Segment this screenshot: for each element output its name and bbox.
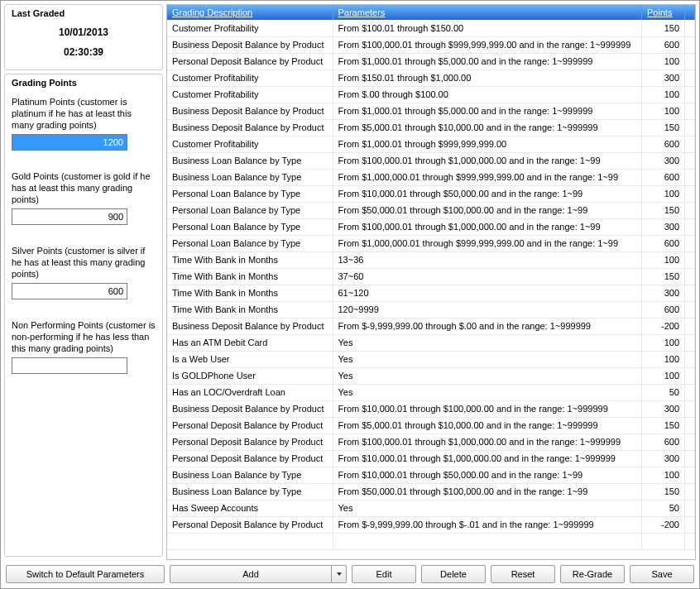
cell-points: 100 (642, 185, 685, 202)
cell-parameters: From $10,000.01 through $100,000.00 and … (333, 400, 642, 417)
header-parameters[interactable]: Parameters (333, 5, 642, 20)
cell-grading-description: Customer Profitability (167, 136, 333, 152)
table-row[interactable]: Business Loan Balance by TypeFrom $50,00… (167, 483, 695, 500)
header-grading-description[interactable]: Grading Description (167, 5, 333, 20)
header-points[interactable]: Points (642, 5, 685, 20)
cell-points: 50 (642, 384, 685, 400)
cell-extra (685, 400, 695, 417)
edit-button[interactable]: Edit (352, 565, 416, 583)
table-row[interactable]: Has an LOC/Overdraft LoanYes50 (167, 384, 695, 400)
delete-button[interactable]: Delete (421, 565, 486, 583)
table-row[interactable]: Time With Bank in Months120~9999600 (167, 301, 695, 318)
reset-button[interactable]: Reset (491, 565, 555, 583)
save-button[interactable]: Save (630, 565, 694, 583)
table-row[interactable]: Is GOLDPhone UserYes100 (167, 367, 695, 384)
table-row[interactable]: Is a Web UserYes100 (167, 351, 695, 367)
add-button[interactable]: Add (170, 565, 332, 583)
cell-parameters: From $150.01 through $1,000.00 (333, 69, 642, 86)
table-row[interactable]: Customer ProfitabilityFrom $.00 through … (167, 86, 695, 103)
cell-grading-description: Customer Profitability (167, 69, 333, 86)
table-row[interactable]: Has Sweep AccountsYes50 (167, 500, 695, 516)
cell-grading-description: Business Deposit Balance by Product (167, 36, 333, 53)
cell-parameters: From $100,000.01 through $1,000,000.00 a… (333, 152, 642, 169)
cell-extra (685, 268, 695, 285)
nonperforming-label: Non Performing Points (customer is non-p… (12, 319, 156, 354)
cell-grading-description: Time With Bank in Months (167, 301, 333, 318)
cell-parameters: 120~9999 (333, 301, 642, 318)
cell-points: 300 (642, 69, 685, 86)
table-row[interactable]: Business Loan Balance by TypeFrom $10,00… (167, 467, 695, 483)
cell-extra (685, 500, 695, 516)
cell-points: 100 (642, 53, 685, 69)
regrade-button[interactable]: Re-Grade (560, 565, 625, 583)
cell-points: 300 (642, 400, 685, 417)
table-row[interactable]: Personal Loan Balance by TypeFrom $100,0… (167, 218, 695, 235)
table-row[interactable]: Time With Bank in Months61~120300 (167, 285, 695, 301)
table-row[interactable]: Personal Deposit Balance by ProductFrom … (167, 450, 695, 467)
silver-label: Silver Points (customer is silver if he … (12, 245, 156, 280)
cell-parameters: Yes (333, 500, 642, 516)
cell-grading-description: Personal Loan Balance by Type (167, 235, 333, 251)
cell-points: 100 (642, 86, 685, 103)
table-row[interactable]: Customer ProfitabilityFrom $100.01 throu… (167, 20, 695, 36)
add-dropdown-button[interactable] (332, 565, 347, 583)
table-row[interactable]: Business Deposit Balance by ProductFrom … (167, 400, 695, 417)
gold-group: Gold Points (customer is gold if he has … (12, 170, 156, 225)
table-row[interactable]: Has an ATM Debit CardYes100 (167, 334, 695, 351)
table-row[interactable]: Business Deposit Balance by ProductFrom … (167, 103, 695, 119)
cell-points: 600 (642, 235, 685, 251)
gold-input[interactable] (12, 208, 127, 225)
cell-extra (685, 119, 695, 136)
table-row[interactable]: Customer ProfitabilityFrom $1,000.01 thr… (167, 136, 695, 152)
cell-parameters: From $1,000.01 through $5,000.00 and in … (333, 103, 642, 119)
table-scroll[interactable]: Grading Description Parameters Points Cu… (167, 5, 695, 559)
cell-parameters: From $5,000.01 through $10,000.00 and in… (333, 417, 642, 433)
cell-extra (685, 103, 695, 119)
cell-extra (685, 53, 695, 69)
nonperforming-input[interactable] (12, 357, 127, 374)
cell-points: -200 (642, 516, 685, 533)
cell-extra (685, 334, 695, 351)
cell-points: 300 (642, 152, 685, 169)
cell-points: 150 (642, 417, 685, 433)
table-row[interactable]: Business Loan Balance by TypeFrom $1,000… (167, 169, 695, 185)
switch-default-button[interactable]: Switch to Default Parameters (6, 565, 165, 583)
cell-extra (685, 516, 695, 533)
cell-extra (685, 384, 695, 400)
cell-grading-description: Personal Deposit Balance by Product (167, 450, 333, 467)
cell-parameters: Yes (333, 384, 642, 400)
table-row[interactable]: Personal Loan Balance by TypeFrom $10,00… (167, 185, 695, 202)
table-row[interactable]: Business Deposit Balance by ProductFrom … (167, 318, 695, 334)
silver-input[interactable] (12, 283, 127, 299)
cell-extra (685, 86, 695, 103)
table-row[interactable]: Personal Deposit Balance by ProductFrom … (167, 433, 695, 450)
cell-grading-description: Personal Deposit Balance by Product (167, 53, 333, 69)
table-row[interactable]: Customer ProfitabilityFrom $150.01 throu… (167, 69, 695, 86)
table-row[interactable]: Personal Deposit Balance by ProductFrom … (167, 417, 695, 433)
cell-points: 600 (642, 169, 685, 185)
cell-parameters: From $100.01 through $150.00 (333, 20, 642, 36)
cell-points: 300 (642, 285, 685, 301)
table-row[interactable]: Personal Deposit Balance by ProductFrom … (167, 53, 695, 69)
table-row[interactable]: Business Loan Balance by TypeFrom $100,0… (167, 152, 695, 169)
cell-grading-description: Personal Deposit Balance by Product (167, 516, 333, 533)
platinum-input[interactable] (12, 134, 127, 151)
header-extra[interactable] (685, 5, 695, 20)
cell-extra (685, 185, 695, 202)
cell-grading-description: Personal Deposit Balance by Product (167, 433, 333, 450)
table-row[interactable]: Business Deposit Balance by ProductFrom … (167, 36, 695, 53)
silver-group: Silver Points (customer is silver if he … (12, 245, 156, 299)
cell-grading-description: Customer Profitability (167, 86, 333, 103)
last-graded-title: Last Graded (12, 8, 156, 18)
cell-grading-description: Has an LOC/Overdraft Loan (167, 384, 333, 400)
table-row[interactable]: Time With Bank in Months13~36100 (167, 251, 695, 268)
table-row[interactable]: Business Deposit Balance by ProductFrom … (167, 119, 695, 136)
table-row[interactable]: Personal Loan Balance by TypeFrom $50,00… (167, 202, 695, 218)
add-button-group: Add (170, 565, 347, 583)
cell-points: 600 (642, 136, 685, 152)
table-row[interactable]: Personal Loan Balance by TypeFrom $1,000… (167, 235, 695, 251)
cell-grading-description: Is a Web User (167, 351, 333, 367)
table-row[interactable]: Personal Deposit Balance by ProductFrom … (167, 516, 695, 533)
table-row[interactable]: Time With Bank in Months37~60150 (167, 268, 695, 285)
cell-parameters: Yes (333, 367, 642, 384)
